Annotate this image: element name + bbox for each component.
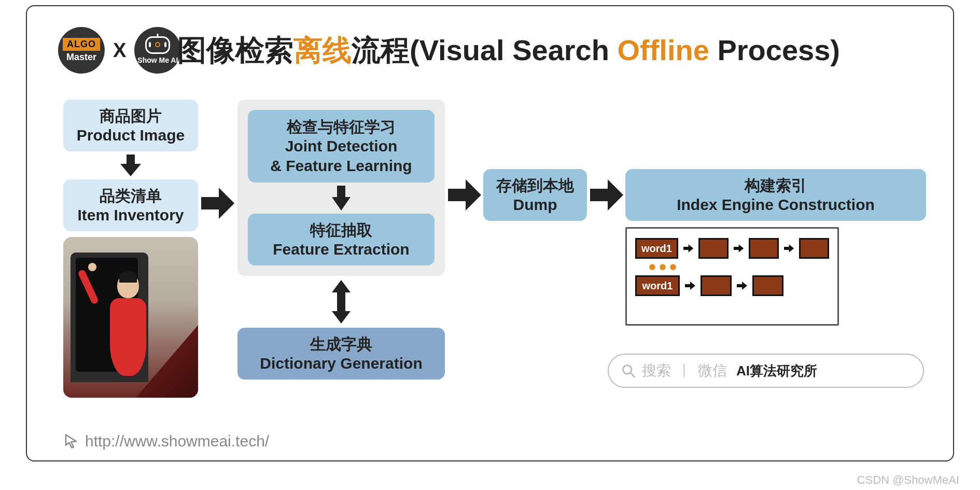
algo-master-logo: ALGO Master [58, 27, 105, 74]
arrow-down-icon [332, 186, 351, 211]
block-index-construction: 构建索引 Index Engine Construction [625, 169, 926, 221]
feature-cn: 特征抽取 [310, 220, 372, 240]
block-dictionary-generation: 生成字典 Dictionary Generation [237, 328, 445, 380]
watermark: CSDN @ShowMeAI [857, 473, 959, 487]
arrow-right-icon [590, 179, 623, 211]
block-joint-detection: 检查与特征学习 Joint Detection & Feature Learni… [248, 110, 435, 183]
title-cn-pre: 图像检索 [177, 34, 293, 66]
logo-separator: X [113, 39, 126, 62]
arrow-right-icon [683, 243, 693, 254]
search-wechat: 微信 [698, 361, 727, 381]
arrow-right-icon [734, 243, 744, 254]
robot-face-icon [145, 36, 170, 54]
showmeai-logo: Show Me AI [134, 27, 181, 74]
index-en: Index Engine Construction [677, 195, 875, 215]
index-cell [799, 238, 829, 259]
slide-frame: ALGO Master X Show Me AI 图像检索离线流程(Visual… [26, 5, 954, 461]
product-photo [63, 237, 198, 398]
arrow-right-icon [784, 243, 794, 254]
index-diagram: word1 ••• word1 [625, 227, 839, 326]
search-org: AI算法研究所 [736, 362, 817, 380]
title-en-post: Process) [709, 34, 840, 66]
index-cell [701, 275, 732, 296]
joint-en1: Joint Detection [285, 136, 398, 156]
algo-badge: ALGO [63, 38, 100, 51]
search-icon [621, 363, 636, 378]
joint-en2: & Feature Learning [270, 156, 412, 176]
joint-cn: 检查与特征学习 [287, 117, 396, 137]
block-product-image: 商品图片 Product Image [63, 100, 198, 151]
feature-en: Feature Extraction [273, 240, 409, 259]
index-row: word1 [635, 275, 829, 296]
index-cell [698, 238, 729, 259]
separator: 丨 [677, 361, 692, 381]
arrow-down-icon [120, 155, 141, 176]
dict-en: Dictionary Generation [260, 354, 422, 373]
index-cell [752, 275, 783, 296]
title-en-highlight: Offline [618, 34, 709, 66]
cursor-icon [63, 433, 79, 449]
dump-cn: 存储到本地 [496, 176, 574, 195]
arrow-right-icon [685, 281, 695, 291]
dump-en: Dump [513, 195, 557, 215]
slide-title: 图像检索离线流程(Visual Search Offline Process) [177, 31, 840, 71]
footer-url: http://www.showmeai.tech/ [85, 432, 269, 450]
showme-text: Show Me AI [137, 56, 178, 64]
index-cn: 构建索引 [745, 176, 807, 195]
header: ALGO Master X Show Me AI [58, 27, 181, 74]
ellipsis-icon: ••• [649, 262, 829, 272]
arrow-right-icon [737, 281, 747, 291]
arrow-updown-icon [332, 280, 351, 324]
block-dump: 存储到本地 Dump [483, 169, 587, 221]
block-feature-extraction: 特征抽取 Feature Extraction [248, 214, 435, 265]
footer: http://www.showmeai.tech/ [63, 432, 269, 450]
index-word-cell: word1 [635, 275, 680, 296]
arrow-right-icon [201, 188, 234, 219]
master-text: Master [66, 52, 96, 63]
svg-line-1 [631, 373, 635, 377]
title-en-pre: (Visual Search [410, 34, 618, 66]
item-inventory-en: Item Inventory [77, 205, 184, 225]
block-item-inventory: 品类清单 Item Inventory [63, 179, 198, 231]
product-image-cn: 商品图片 [100, 106, 162, 126]
title-cn-highlight: 离线 [293, 34, 352, 66]
title-cn-post: 流程 [352, 34, 410, 66]
index-cell [749, 238, 779, 259]
dict-cn: 生成字典 [310, 334, 372, 354]
arrow-right-icon [448, 179, 481, 211]
search-pill: 搜索 丨 微信 AI算法研究所 [608, 354, 924, 388]
item-inventory-cn: 品类清单 [100, 186, 162, 206]
product-image-en: Product Image [77, 125, 185, 145]
search-label: 搜索 [642, 361, 671, 381]
